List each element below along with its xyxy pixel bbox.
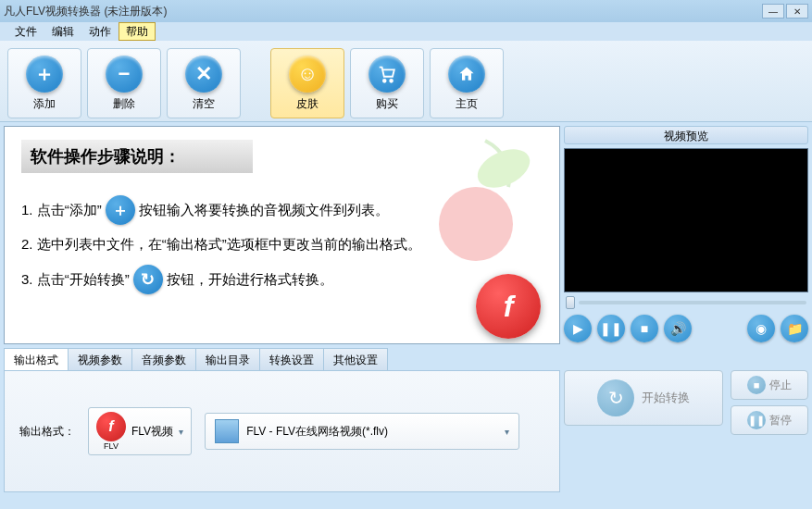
small-actions: ■ 停止 ❚❚ 暂停 [731,370,808,492]
seek-handle[interactable] [566,296,575,309]
tab-convert-settings[interactable]: 转换设置 [259,348,324,370]
window-title: 凡人FLV视频转换器 (未注册版本) [4,4,762,19]
flash-decoration: f [476,274,541,339]
pause-icon: ❚❚ [747,411,766,429]
format-type-button[interactable]: f FLV FLV视频 ▾ [88,407,192,455]
seek-track [579,301,806,304]
tab-audio-params[interactable]: 音频参数 [131,348,196,370]
pause-button[interactable]: ❚❚ 暂停 [731,405,808,435]
chevron-down-icon: ▾ [505,427,509,437]
package-icon [215,419,239,443]
pause-button[interactable]: ❚❚ [597,315,625,342]
cherry-decoration [420,131,550,270]
open-folder-button[interactable]: 📁 [781,315,808,342]
home-icon [448,56,485,93]
stop-button[interactable]: ■ 停止 [731,370,808,400]
media-controls: ▶ ❚❚ ■ 🔊 ◉ 📁 [564,313,808,344]
menu-help[interactable]: 帮助 [119,22,156,41]
guide-header: 软件操作步骤说明： [21,140,253,173]
stop-button[interactable]: ■ [631,315,658,342]
buy-label: 购买 [376,96,398,112]
plus-icon: ＋ [106,195,135,225]
output-format-label: 输出格式： [19,424,75,440]
home-button[interactable]: 主页 [430,48,504,118]
chevron-down-icon: ▾ [179,427,183,437]
window-buttons: — ✕ [762,4,808,19]
tab-body: 输出格式： f FLV FLV视频 ▾ FLV - FLV在线网络视频(*.fl… [4,370,560,492]
home-label: 主页 [456,96,478,112]
minimize-button[interactable]: — [762,4,784,19]
seek-bar[interactable] [564,296,808,309]
clear-button[interactable]: ✕ 清空 [167,48,241,118]
start-convert-button[interactable]: ↻ 开始转换 [564,370,723,426]
refresh-icon: ↻ [133,265,163,294]
remove-label: 删除 [113,96,135,112]
snapshot-button[interactable]: ◉ [747,315,775,342]
format-select[interactable]: FLV - FLV在线网络视频(*.flv) ▾ [205,413,519,450]
settings-tabs: 输出格式 视频参数 音频参数 输出目录 转换设置 其他设置 [4,348,560,370]
action-panel: ↻ 开始转换 ■ 停止 ❚❚ 暂停 [564,348,808,492]
volume-button[interactable]: 🔊 [664,315,692,342]
preview-panel: 视频预览 ▶ ❚❚ ■ 🔊 ◉ 📁 [564,126,808,344]
refresh-icon: ↻ [597,379,634,416]
preview-title: 视频预览 [564,126,808,144]
add-label: 添加 [33,96,56,112]
tab-output-format[interactable]: 输出格式 [4,348,69,370]
video-preview[interactable] [564,148,808,292]
minus-icon: − [106,56,143,93]
play-button[interactable]: ▶ [564,315,592,342]
tab-output-dir[interactable]: 输出目录 [195,348,260,370]
buy-button[interactable]: 购买 [350,48,424,118]
remove-button[interactable]: − 删除 [87,48,161,118]
menubar: 文件 编辑 动作 帮助 [0,22,812,41]
stop-icon: ■ [747,376,766,394]
svg-point-0 [383,79,386,81]
add-button[interactable]: ＋ 添加 [7,48,81,118]
tab-video-params[interactable]: 视频参数 [68,348,132,370]
menu-edit[interactable]: 编辑 [44,22,81,41]
svg-point-1 [390,79,393,81]
svg-point-2 [471,142,536,195]
clear-label: 清空 [193,96,215,112]
tab-other-settings[interactable]: 其他设置 [323,348,388,370]
x-icon: ✕ [185,56,222,93]
flash-icon: f [96,412,126,441]
content-panel: f 软件操作步骤说明： 1. 点击“添加” ＋ 按钮输入将要转换的音视频文件到列… [4,126,560,344]
menu-action[interactable]: 动作 [81,22,119,41]
bottom-row: 输出格式 视频参数 音频参数 输出目录 转换设置 其他设置 输出格式： f FL… [0,348,812,496]
main-row: f 软件操作步骤说明： 1. 点击“添加” ＋ 按钮输入将要转换的音视频文件到列… [0,122,812,348]
svg-point-3 [439,187,513,261]
close-button[interactable]: ✕ [786,4,808,19]
cart-icon [369,56,406,93]
skin-button[interactable]: ☺ 皮肤 [270,48,344,118]
menu-file[interactable]: 文件 [7,22,44,41]
settings-panel: 输出格式 视频参数 音频参数 输出目录 转换设置 其他设置 输出格式： f FL… [4,348,560,492]
skin-label: 皮肤 [296,96,319,112]
toolbar: ＋ 添加 − 删除 ✕ 清空 ☺ 皮肤 购买 主页 [0,41,812,122]
titlebar: 凡人FLV视频转换器 (未注册版本) — ✕ [0,0,812,22]
smile-icon: ☺ [289,56,326,93]
plus-icon: ＋ [26,56,63,93]
